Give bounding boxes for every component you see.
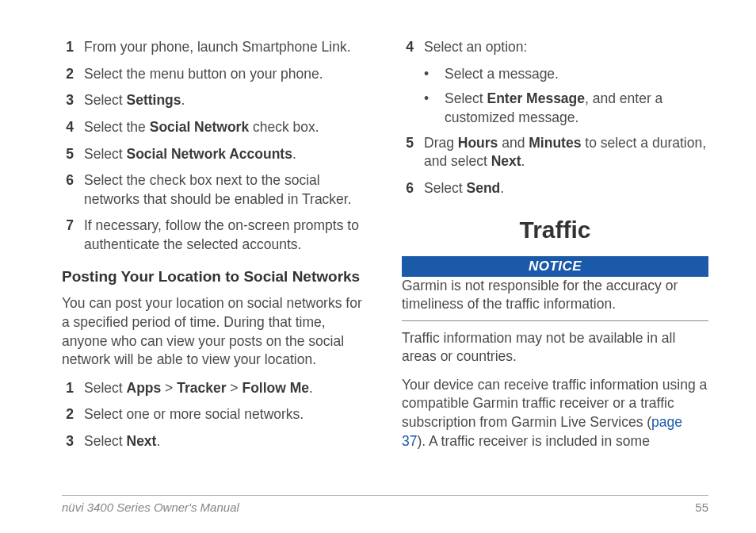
- page-footer: nüvi 3400 Series Owner's Manual 55: [62, 495, 708, 514]
- bullet-item: • Select a message.: [424, 65, 708, 84]
- step-number: 6: [62, 171, 84, 209]
- step-item: 1 Select Apps > Tracker > Follow Me.: [62, 379, 368, 398]
- step-item: 1 From your phone, launch Smartphone Lin…: [62, 38, 368, 57]
- page-link[interactable]: page 37: [402, 414, 682, 449]
- paragraph: Traffic information may not be available…: [402, 329, 708, 366]
- step-text: Select the check box next to the social …: [84, 171, 368, 209]
- step-item: 2 Select one or more social networks.: [62, 405, 368, 424]
- step-number: 3: [62, 432, 84, 451]
- step-text: Select the menu button on your phone.: [84, 65, 368, 84]
- paragraph: Your device can receive traffic informat…: [402, 376, 708, 451]
- step-number: 6: [402, 179, 424, 198]
- step-item: 6 Select Send.: [402, 179, 708, 198]
- step-item: 2 Select the menu button on your phone.: [62, 65, 368, 84]
- bullet-text: Select Enter Message, and enter a custom…: [445, 90, 708, 127]
- chapter-title: Traffic: [402, 217, 708, 243]
- step-text: Select one or more social networks.: [84, 405, 368, 424]
- paragraph: You can post your location on social net…: [62, 294, 368, 370]
- step-number: 5: [402, 134, 424, 171]
- left-column: 1 From your phone, launch Smartphone Lin…: [62, 38, 368, 489]
- step-number: 4: [62, 118, 84, 137]
- notice-bar: NOTICE: [402, 256, 708, 277]
- step-item: 3 Select Settings.: [62, 91, 368, 110]
- bullet-dot: •: [424, 90, 445, 127]
- step-text: From your phone, launch Smartphone Link.: [84, 38, 368, 57]
- step-number: 4: [402, 38, 424, 57]
- step-number: 7: [62, 217, 84, 254]
- step-text: Drag Hours and Minutes to select a durat…: [424, 134, 708, 171]
- page-body: 1 From your phone, launch Smartphone Lin…: [0, 0, 756, 489]
- step-number: 2: [62, 405, 84, 424]
- bullet-item: • Select Enter Message, and enter a cust…: [424, 90, 708, 127]
- step-item: 7 If necessary, follow the on-screen pro…: [62, 217, 368, 254]
- step-text: Select Social Network Accounts.: [84, 145, 368, 164]
- step-item: 6 Select the check box next to the socia…: [62, 171, 368, 209]
- step-text: Select Settings.: [84, 91, 368, 110]
- step-item: 3 Select Next.: [62, 432, 368, 451]
- step-text: Select Next.: [84, 432, 368, 451]
- bullet-dot: •: [424, 65, 445, 84]
- subheading: Posting Your Location to Social Networks: [62, 267, 368, 287]
- page-number: 55: [695, 500, 708, 514]
- step-item: 5 Select Social Network Accounts.: [62, 145, 368, 164]
- notice-text: Garmin is not responsible for the accura…: [402, 277, 708, 313]
- step-number: 2: [62, 65, 84, 84]
- step-text: Select an option:: [424, 38, 708, 57]
- step-item: 4 Select the Social Network check box.: [62, 118, 368, 137]
- step-text: If necessary, follow the on-screen promp…: [84, 217, 368, 254]
- manual-title: nüvi 3400 Series Owner's Manual: [62, 500, 239, 514]
- bullet-text: Select a message.: [445, 65, 708, 84]
- step-number: 3: [62, 91, 84, 110]
- step-text: Select Send.: [424, 179, 708, 198]
- right-column: 4 Select an option: • Select a message. …: [402, 38, 708, 489]
- step-text: Select the Social Network check box.: [84, 118, 368, 137]
- step-number: 1: [62, 38, 84, 57]
- step-item: 5 Drag Hours and Minutes to select a dur…: [402, 134, 708, 171]
- step-number: 5: [62, 145, 84, 164]
- step-item: 4 Select an option:: [402, 38, 708, 57]
- divider: [402, 320, 708, 321]
- step-number: 1: [62, 379, 84, 398]
- step-text: Select Apps > Tracker > Follow Me.: [84, 379, 368, 398]
